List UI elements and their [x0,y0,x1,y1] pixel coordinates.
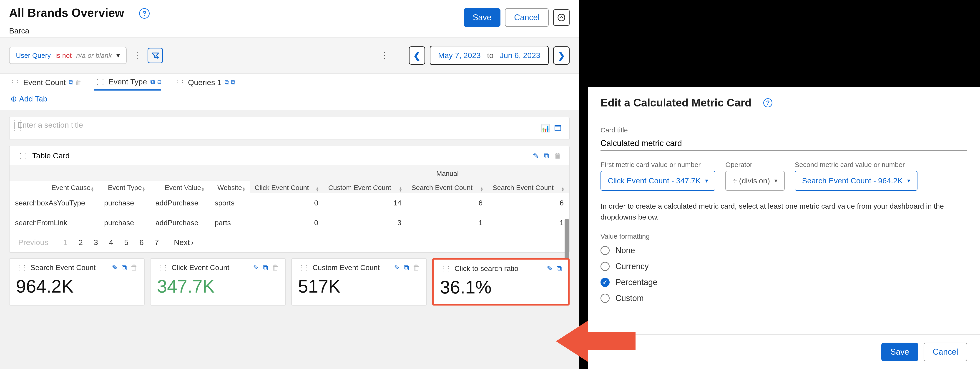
table-cell: 1 [488,213,569,233]
add-filter-button[interactable] [148,48,163,63]
radio-currency[interactable]: Currency [600,262,967,271]
copy-icon[interactable]: ⧉ [404,264,409,272]
drag-icon: ⋮⋮ [94,78,105,86]
panel-cancel-button[interactable]: Cancel [924,343,967,361]
copy-icon[interactable]: ⧉ [150,78,155,86]
col-event-value[interactable]: Event Value [154,184,201,192]
chevron-down-icon: ▾ [116,51,120,59]
tab-label: Event Count [23,78,66,87]
radio-circle-icon [600,294,609,303]
metric-title: Click to search ratio [455,264,543,273]
pagination-page[interactable]: 7 [154,238,159,247]
table-cell: purchase [99,193,150,213]
edit-icon[interactable]: ✎ [394,263,400,272]
drag-icon[interactable]: ⋮⋮ [157,264,168,272]
col-search-count[interactable]: Search Event Count [412,184,480,192]
section-header[interactable]: ⋮⋮⋮⋮⋮⋮ Enter a section title 📊 🗖 [9,117,570,139]
filter-condition[interactable]: User Query is not n/a or blank ▾ [9,47,127,64]
card-title-input[interactable] [600,136,967,151]
duplicate-icon[interactable]: ⧉ [157,78,161,86]
pagination-page[interactable]: 6 [139,238,144,247]
help-icon[interactable]: ? [763,98,772,107]
second-metric-dropdown[interactable]: Search Event Count - 964.2K ▾ [795,171,917,191]
copy-icon[interactable]: ⧉ [69,79,73,86]
delete-icon[interactable]: 🗑 [554,152,562,160]
table-cell: 14 [324,193,407,213]
card-title-label: Card title [600,126,967,134]
layout-icon[interactable]: 🗖 [554,124,562,133]
drag-icon[interactable]: ⋮⋮ [298,264,309,272]
help-icon[interactable]: ? [139,8,150,19]
pagination-page[interactable]: 5 [124,238,129,247]
helper-text: In order to create a calculated metric c… [600,201,967,222]
copy-icon[interactable]: ⧉ [263,264,268,272]
radio-label: None [616,246,635,255]
delete-icon[interactable]: 🗑 [413,264,420,272]
delete-icon[interactable]: 🗑 [272,264,279,272]
copy-icon[interactable]: ⧉ [557,264,562,273]
edit-icon[interactable]: ✎ [112,263,118,272]
metric-card: ⋮⋮ Search Event Count ✎ ⧉ 🗑 964.2K [9,258,145,305]
page-title[interactable]: All Brands Overview [9,6,132,22]
page-subtitle[interactable]: Barca [9,26,132,37]
table-cell: searchFromLink [10,213,99,233]
duplicate-icon[interactable]: ⧉ [231,79,235,86]
save-button[interactable]: Save [464,8,500,27]
radio-percentage[interactable]: Percentage [600,278,967,287]
metric-title: Click Event Count [172,264,249,272]
table-cell: purchase [99,213,150,233]
edit-icon[interactable]: ✎ [533,152,539,160]
copy-icon[interactable]: ⧉ [225,79,229,86]
table-row[interactable]: searchboxAsYouTypepurchaseaddPurchasespo… [10,193,569,213]
col-click-count[interactable]: Click Event Count [255,184,316,192]
radio-custom[interactable]: Custom [600,294,967,303]
date-range[interactable]: May 7, 2023 to Jun 6, 2023 [430,46,549,65]
pagination-page[interactable]: 4 [109,238,113,247]
table-row[interactable]: searchFromLinkpurchaseaddPurchaseparts03… [10,213,569,233]
tab-event-type[interactable]: ⋮⋮ Event Type ⧉ ⧉ [94,77,161,91]
add-tab-button[interactable]: ⊕ Add Tab [10,94,47,103]
col-event-type[interactable]: Event Type [103,184,142,192]
pagination-page[interactable]: 2 [78,238,83,247]
col-website[interactable]: Website [214,184,242,192]
status-icon[interactable] [553,9,570,26]
date-next-button[interactable]: ❯ [553,46,570,65]
drag-icon[interactable]: ⋮⋮ [17,152,28,160]
tab-label: Event Type [108,77,147,86]
radio-none[interactable]: None [600,246,967,255]
table-cell: sports [209,193,250,213]
second-metric-value: Search Event Count - 964.2K [802,176,902,185]
pagination-page[interactable]: 1 [63,238,68,247]
tab-queries[interactable]: ⋮⋮ Queries 1 ⧉ ⧉ [174,78,235,90]
table-cell: searchboxAsYouType [10,193,99,213]
edit-icon[interactable]: ✎ [253,263,259,272]
data-table: Manual Event Cause▲▼ Event Type▲▼ Event … [10,165,569,233]
pagination-next[interactable]: Next › [174,238,194,247]
arrow-annotation [556,316,638,366]
chevron-down-icon: ▾ [907,177,910,184]
delete-icon[interactable]: 🗑 [130,264,138,272]
col-event-cause[interactable]: Event Cause [14,184,91,192]
delete-icon[interactable]: 🗑 [75,79,82,86]
filter-more-icon[interactable]: ⋮ [131,50,143,61]
cancel-button[interactable]: Cancel [505,8,549,27]
first-metric-dropdown[interactable]: Click Event Count - 347.7K ▾ [600,171,715,191]
copy-icon[interactable]: ⧉ [122,264,127,272]
tab-event-count[interactable]: ⋮⋮ Event Count ⧉ 🗑 [9,78,82,90]
drag-icon[interactable]: ⋮⋮ [16,264,27,272]
metric-value: 347.7K [157,276,279,297]
date-prev-button[interactable]: ❮ [409,46,425,65]
svg-marker-1 [556,321,636,362]
chart-icon[interactable]: 📊 [541,124,550,133]
panel-save-button[interactable]: Save [881,343,918,361]
copy-icon[interactable]: ⧉ [544,152,549,160]
drag-icon[interactable]: ⋮⋮ [440,265,451,272]
operator-dropdown[interactable]: ÷ (division) ▾ [725,171,785,191]
panel-more-icon[interactable]: ⋮ [379,50,391,61]
col-group-manual: Manual [407,165,488,181]
col-custom-count[interactable]: Custom Event Count [328,184,399,192]
pagination-page[interactable]: 3 [94,238,98,247]
section-title-input[interactable]: Enter a section title [17,121,83,129]
edit-icon[interactable]: ✎ [547,264,553,273]
col-search-count-2[interactable]: Search Event Count [493,184,561,192]
